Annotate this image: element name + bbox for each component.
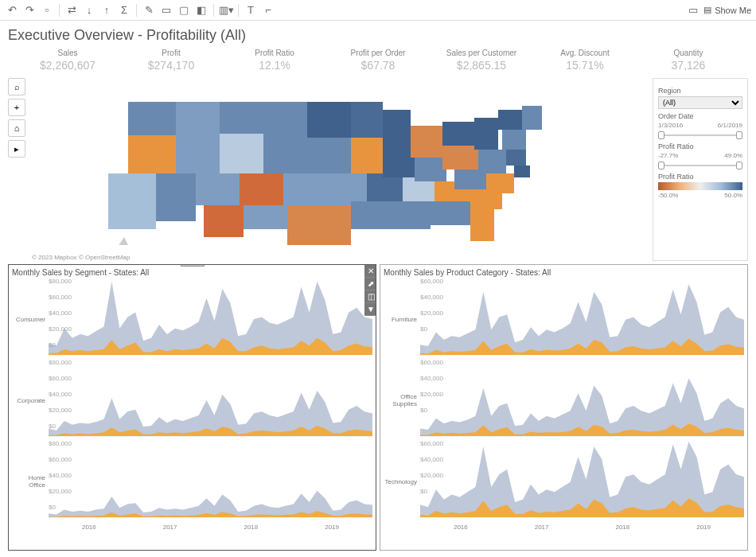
svg-rect-30: [431, 201, 470, 225]
svg-rect-37: [486, 173, 514, 193]
kpi-row: Sales$2,260,607Profit$274,170Profit Rati…: [8, 49, 748, 78]
map-home-icon[interactable]: ⌂: [8, 119, 25, 137]
close-icon[interactable]: ✕: [364, 265, 376, 278]
legend-max: 50.0%: [724, 192, 742, 199]
highlight-icon[interactable]: ✎: [142, 3, 156, 18]
svg-rect-22: [351, 201, 395, 229]
kpi: Quantity37,126: [637, 49, 740, 72]
chart-row: Furniture $60,000$40,000$20,000$0: [384, 278, 744, 360]
svg-rect-12: [267, 102, 307, 134]
fit-icon[interactable]: ▥▾: [219, 3, 233, 18]
segment-panel[interactable]: ✕ ⬈ ◫ ▼ Monthly Sales by Segment - State…: [8, 264, 376, 551]
xaxis-tick: 2018: [244, 524, 258, 531]
orderdate-slider[interactable]: [658, 131, 742, 139]
svg-rect-42: [514, 166, 530, 177]
svg-rect-20: [351, 138, 383, 173]
chart-row: Technology $60,000$40,000$20,000$0: [384, 441, 744, 522]
kpi: Sales$2,260,607: [16, 49, 119, 72]
svg-rect-41: [506, 150, 526, 166]
dashboard-title: Executive Overview - Profitability (All): [8, 27, 748, 44]
row-label: Consumer: [12, 316, 49, 323]
sort-asc-icon[interactable]: ↓: [82, 3, 96, 18]
svg-rect-38: [470, 209, 494, 241]
kpi-label: Quantity: [637, 49, 740, 57]
present-icon[interactable]: ▭: [686, 3, 700, 18]
profitratio-to: 49.0%: [724, 152, 742, 159]
totals-icon[interactable]: Σ: [117, 3, 131, 18]
area-chart[interactable]: $60,000$40,000$20,000$0: [420, 279, 744, 359]
marks-icon[interactable]: ◧: [194, 3, 208, 18]
region-select[interactable]: (All): [658, 96, 742, 109]
profitratio-from: -27.7%: [658, 152, 678, 159]
legend-label: Profit Ratio: [658, 173, 742, 181]
lines-icon[interactable]: ⌐: [261, 3, 275, 18]
category-title: Monthly Sales by Product Category - Stat…: [384, 268, 744, 277]
map-panel[interactable]: © 2023 Mapbox © OpenStreetMap: [32, 78, 646, 261]
xaxis-tick: 2016: [454, 524, 468, 531]
labels-icon[interactable]: ▢: [177, 3, 191, 18]
group-icon[interactable]: ▭: [159, 3, 173, 18]
svg-rect-10: [240, 173, 283, 205]
map-zoom-in-icon[interactable]: +: [8, 99, 25, 116]
area-chart[interactable]: $80,000$60,000$40,000$20,000$0: [49, 279, 372, 359]
kpi: Sales per Customer$2,865.15: [430, 49, 533, 72]
chart-row: Corporate $80,000$60,000$40,000$20,000$0: [12, 360, 372, 441]
color-legend: [658, 182, 742, 190]
svg-rect-18: [327, 173, 367, 205]
drag-handle[interactable]: [181, 264, 205, 267]
toolbar: ↶ ↷ ▫ ⇄ ↓ ↑ Σ ✎ ▭ ▢ ◧ ▥▾ T ⌐ ▭ ▤ Show Me: [0, 0, 756, 21]
kpi-label: Profit Ratio: [223, 49, 326, 57]
xaxis-tick: 2018: [615, 524, 629, 531]
showme-icon: ▤: [703, 5, 711, 15]
svg-rect-17: [307, 138, 351, 173]
text-icon[interactable]: T: [244, 3, 258, 18]
redo-icon[interactable]: ↷: [22, 3, 37, 18]
row-label: Technology: [384, 478, 420, 485]
showme-label: Show Me: [715, 6, 751, 15]
sort-desc-icon[interactable]: ↑: [99, 3, 114, 18]
svg-rect-6: [196, 173, 240, 205]
svg-rect-36: [478, 150, 506, 173]
category-panel[interactable]: Monthly Sales by Product Category - Stat…: [380, 264, 748, 551]
undo-icon[interactable]: ↶: [5, 3, 19, 18]
xaxis-tick: 2019: [696, 524, 711, 531]
kpi-label: Sales: [16, 49, 119, 57]
svg-rect-5: [176, 134, 220, 173]
area-chart[interactable]: $80,000$60,000$40,000$20,000$0: [49, 442, 372, 521]
xaxis-tick: 2019: [325, 524, 339, 531]
swap-icon[interactable]: ⇄: [64, 3, 79, 18]
area-chart[interactable]: $60,000$40,000$20,000$0: [420, 360, 744, 440]
row-label: Furniture: [384, 316, 420, 323]
orderdate-label: Order Date: [658, 112, 742, 120]
svg-rect-9: [220, 134, 263, 173]
svg-rect-14: [283, 173, 327, 205]
row-label: Corporate: [12, 397, 49, 404]
us-map[interactable]: [32, 78, 646, 245]
xaxis-tick: 2017: [535, 524, 549, 531]
map-search-icon[interactable]: ⌕: [8, 78, 25, 95]
svg-rect-2: [108, 173, 156, 229]
svg-rect-23: [383, 110, 411, 154]
kpi-value: 12.1%: [223, 59, 326, 72]
orderdate-to: 6/1/2019: [718, 122, 742, 129]
kpi-value: $67.78: [326, 59, 430, 72]
svg-rect-26: [395, 201, 431, 229]
xaxis-tick: 2017: [163, 524, 177, 531]
profitratio-slider[interactable]: [658, 162, 742, 169]
kpi: Profit$274,170: [119, 49, 223, 72]
segment-title: Monthly Sales by Segment - States: All: [12, 268, 372, 277]
kpi-value: 37,126: [637, 59, 740, 72]
showme-button[interactable]: ▤ Show Me: [703, 5, 751, 15]
kpi-value: $2,865.15: [430, 59, 533, 72]
area-chart[interactable]: $60,000$40,000$20,000$0: [420, 442, 744, 521]
save-icon[interactable]: ▫: [40, 3, 54, 18]
svg-rect-8: [220, 102, 267, 134]
kpi-label: Sales per Customer: [430, 49, 533, 57]
svg-rect-1: [128, 135, 176, 173]
area-chart[interactable]: $80,000$60,000$40,000$20,000$0: [49, 360, 372, 440]
map-play-icon[interactable]: ▸: [8, 140, 25, 158]
kpi-label: Avg. Discount: [533, 49, 637, 57]
svg-rect-0: [128, 102, 176, 135]
svg-rect-21: [367, 173, 403, 201]
xaxis-tick: 2016: [82, 524, 96, 531]
